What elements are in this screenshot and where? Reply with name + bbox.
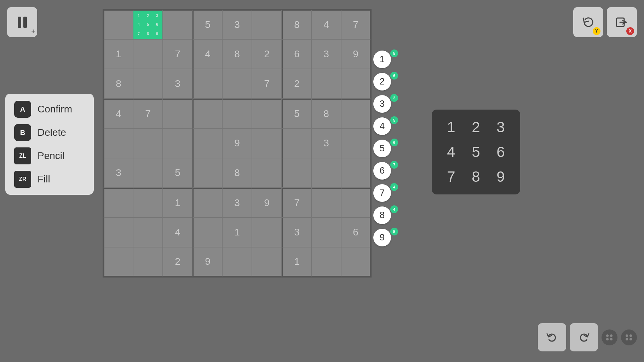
cell-4-2[interactable] — [163, 128, 192, 158]
cell-5-7[interactable] — [311, 158, 341, 188]
counter-7[interactable]: 74 — [373, 183, 398, 203]
picker-btn-8[interactable]: 8 — [465, 166, 487, 187]
cell-0-2[interactable] — [163, 10, 192, 39]
cell-6-0[interactable] — [103, 188, 133, 217]
cell-7-2[interactable]: 4 — [163, 217, 192, 247]
cell-4-6[interactable] — [282, 128, 311, 158]
cell-3-1[interactable]: 7 — [133, 99, 163, 128]
cell-6-8[interactable] — [341, 188, 371, 217]
cell-6-4[interactable]: 3 — [222, 188, 252, 217]
cell-1-8[interactable]: 9 — [341, 39, 371, 69]
cell-5-3[interactable] — [192, 158, 222, 188]
cell-6-7[interactable] — [311, 188, 341, 217]
cell-1-7[interactable]: 3 — [311, 39, 341, 69]
cell-7-7[interactable] — [311, 217, 341, 247]
cell-8-2[interactable]: 2 — [163, 247, 192, 277]
cell-5-6[interactable] — [282, 158, 311, 188]
cell-6-2[interactable]: 1 — [163, 188, 192, 217]
counter-6[interactable]: 67 — [373, 161, 398, 180]
counter-4[interactable]: 45 — [373, 116, 398, 136]
cell-1-4[interactable]: 8 — [222, 39, 252, 69]
cell-1-3[interactable]: 4 — [192, 39, 222, 69]
cell-2-3[interactable] — [192, 69, 222, 99]
cell-4-4[interactable]: 9 — [222, 128, 252, 158]
cell-0-7[interactable]: 4 — [311, 10, 341, 39]
counter-2[interactable]: 26 — [373, 72, 398, 91]
redo-button[interactable] — [570, 323, 598, 351]
cell-5-0[interactable]: 3 — [103, 158, 133, 188]
cell-7-6[interactable]: 3 — [282, 217, 311, 247]
counter-1[interactable]: 15 — [373, 49, 398, 69]
cell-7-0[interactable] — [103, 217, 133, 247]
cell-2-1[interactable] — [133, 69, 163, 99]
picker-btn-4[interactable]: 4 — [441, 141, 462, 163]
cell-2-5[interactable]: 7 — [252, 69, 282, 99]
cell-4-5[interactable] — [252, 128, 282, 158]
cell-8-3[interactable]: 9 — [192, 247, 222, 277]
undo-button[interactable] — [538, 323, 566, 351]
cell-3-5[interactable] — [252, 99, 282, 128]
cell-6-1[interactable] — [133, 188, 163, 217]
reload-button[interactable]: Y — [573, 7, 603, 37]
cell-2-2[interactable]: 3 — [163, 69, 192, 99]
cell-3-6[interactable]: 5 — [282, 99, 311, 128]
confirm-control[interactable]: A Confirm — [14, 101, 85, 118]
cell-8-6[interactable]: 1 — [282, 247, 311, 277]
cell-7-5[interactable] — [252, 217, 282, 247]
cell-3-8[interactable] — [341, 99, 371, 128]
cell-0-3[interactable]: 5 — [192, 10, 222, 39]
cell-8-1[interactable] — [133, 247, 163, 277]
cell-4-7[interactable]: 3 — [311, 128, 341, 158]
fill-control[interactable]: ZR Fill — [14, 171, 85, 188]
cell-4-1[interactable] — [133, 128, 163, 158]
cell-5-5[interactable] — [252, 158, 282, 188]
cell-1-2[interactable]: 7 — [163, 39, 192, 69]
exit-button[interactable]: X — [607, 7, 637, 37]
cell-4-0[interactable] — [103, 128, 133, 158]
cell-5-2[interactable]: 5 — [163, 158, 192, 188]
cell-8-8[interactable] — [341, 247, 371, 277]
cell-4-3[interactable] — [192, 128, 222, 158]
cell-2-0[interactable]: 8 — [103, 69, 133, 99]
cell-6-3[interactable] — [192, 188, 222, 217]
cell-8-4[interactable] — [222, 247, 252, 277]
picker-btn-1[interactable]: 1 — [441, 117, 462, 138]
cell-6-6[interactable]: 7 — [282, 188, 311, 217]
picker-btn-9[interactable]: 9 — [490, 166, 511, 187]
cell-3-4[interactable] — [222, 99, 252, 128]
counter-8[interactable]: 84 — [373, 205, 398, 225]
cell-2-4[interactable] — [222, 69, 252, 99]
cell-1-0[interactable]: 1 — [103, 39, 133, 69]
cell-2-7[interactable] — [311, 69, 341, 99]
cell-3-0[interactable]: 4 — [103, 99, 133, 128]
picker-btn-2[interactable]: 2 — [465, 117, 487, 138]
picker-btn-3[interactable]: 3 — [490, 117, 511, 138]
cell-7-4[interactable]: 1 — [222, 217, 252, 247]
cell-0-6[interactable]: 8 — [282, 10, 311, 39]
cell-3-3[interactable] — [192, 99, 222, 128]
counter-9[interactable]: 95 — [373, 228, 398, 247]
cell-1-6[interactable]: 6 — [282, 39, 311, 69]
cell-8-0[interactable] — [103, 247, 133, 277]
cell-0-0[interactable] — [103, 10, 133, 39]
counter-5[interactable]: 56 — [373, 139, 398, 158]
pencil-control[interactable]: ZL Pencil — [14, 147, 85, 164]
picker-btn-5[interactable]: 5 — [465, 141, 487, 163]
pause-button[interactable]: + — [7, 7, 37, 37]
cell-5-4[interactable]: 8 — [222, 158, 252, 188]
cell-6-5[interactable]: 9 — [252, 188, 282, 217]
cell-0-4[interactable]: 3 — [222, 10, 252, 39]
cell-7-3[interactable] — [192, 217, 222, 247]
cell-8-7[interactable] — [311, 247, 341, 277]
cell-1-1[interactable] — [133, 39, 163, 69]
cell-3-7[interactable]: 8 — [311, 99, 341, 128]
cell-0-8[interactable]: 7 — [341, 10, 371, 39]
cell-5-8[interactable] — [341, 158, 371, 188]
cell-1-5[interactable]: 2 — [252, 39, 282, 69]
cell-0-1[interactable]: 123456789 — [133, 10, 163, 39]
picker-btn-7[interactable]: 7 — [441, 166, 462, 187]
cell-3-2[interactable] — [163, 99, 192, 128]
picker-btn-6[interactable]: 6 — [490, 141, 511, 163]
counter-3[interactable]: 32 — [373, 94, 398, 113]
cell-7-1[interactable] — [133, 217, 163, 247]
